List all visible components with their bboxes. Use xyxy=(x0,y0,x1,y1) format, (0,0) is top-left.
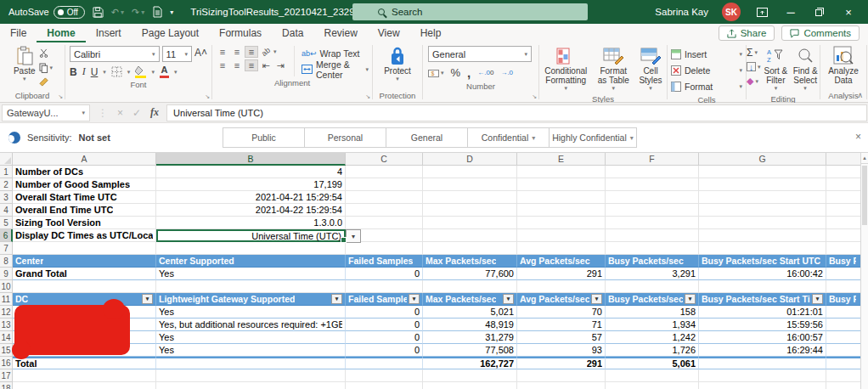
close-icon[interactable]: × xyxy=(841,0,856,24)
cell-G18[interactable] xyxy=(699,382,826,389)
cell-G16[interactable] xyxy=(699,357,826,369)
cell-A6[interactable]: Display DC Times as UTC/Local xyxy=(13,229,156,242)
cell-F12[interactable]: 158 xyxy=(606,306,699,319)
paste-button[interactable]: Paste▾ xyxy=(12,45,37,83)
cell-C4[interactable] xyxy=(346,204,423,217)
cell-D15[interactable]: 77,508 xyxy=(423,344,517,357)
cell-C13[interactable]: 0 xyxy=(346,319,423,331)
cell-F4[interactable] xyxy=(606,204,699,217)
cell-B12[interactable]: Yes xyxy=(156,306,346,319)
cell-E11[interactable]: Avg Packets/sec▾ xyxy=(517,293,606,306)
cell-D12[interactable]: 5,021 xyxy=(423,306,517,319)
row-header-7[interactable]: 7 xyxy=(0,242,13,255)
scrollbar-thumb[interactable] xyxy=(862,166,867,225)
cell-D11[interactable]: Max Packets/sec▾ xyxy=(423,293,517,306)
cell-D17[interactable] xyxy=(423,369,517,382)
cell-E13[interactable]: 71 xyxy=(517,319,606,331)
select-all-corner[interactable] xyxy=(0,153,13,166)
cell-C14[interactable]: 0 xyxy=(346,331,423,344)
column-header-H[interactable] xyxy=(826,153,861,166)
share-button[interactable]: Share xyxy=(719,25,775,41)
cell-B1[interactable]: 4 xyxy=(156,166,346,178)
cell-C1[interactable] xyxy=(346,166,423,178)
cell-G5[interactable] xyxy=(699,217,826,229)
enter-entry-icon[interactable]: ✓ xyxy=(132,107,141,119)
redo-icon[interactable]: ↷▾ xyxy=(132,7,144,18)
alignment-dialog-launcher-icon[interactable]: ↘ xyxy=(365,93,370,100)
cell-G9[interactable]: 16:00:42 xyxy=(699,268,826,280)
row-header-6[interactable]: 6 xyxy=(0,229,13,242)
insert-cells-button[interactable]: Insert▾ xyxy=(671,47,742,61)
cell-F1[interactable] xyxy=(606,166,699,178)
cell-C18[interactable] xyxy=(346,382,423,389)
cell-F5[interactable] xyxy=(606,217,699,229)
cell-E16[interactable]: 291 xyxy=(517,357,606,369)
increase-indent-icon[interactable]: ⇥ xyxy=(273,59,287,71)
filter-button[interactable]: ▾ xyxy=(409,294,420,304)
cell-E8[interactable]: Avg Packets/sec xyxy=(517,255,606,268)
cell-A4[interactable]: Overall End Time UTC xyxy=(13,204,156,217)
accounting-format-icon[interactable]: $▾ xyxy=(428,66,444,79)
cell-A10[interactable] xyxy=(13,280,156,293)
filter-button[interactable]: ▾ xyxy=(503,294,514,304)
row-header-12[interactable]: 12 xyxy=(0,306,13,319)
fill-color-icon[interactable] xyxy=(135,66,146,78)
cell-H5[interactable] xyxy=(826,217,861,229)
cell-A9[interactable]: Grand Total xyxy=(13,268,156,280)
cell-G1[interactable] xyxy=(699,166,826,178)
cell-H8[interactable]: Busy Pac xyxy=(826,255,861,268)
cell-B5[interactable]: 1.3.0.0 xyxy=(156,217,346,229)
cell-B14[interactable]: Yes xyxy=(156,331,346,344)
cell-G3[interactable] xyxy=(699,191,826,204)
italic-button[interactable]: I xyxy=(82,65,86,78)
cell-B18[interactable] xyxy=(156,382,346,389)
cell-E17[interactable] xyxy=(517,369,606,382)
sensitivity-close-icon[interactable]: × xyxy=(855,131,861,143)
filter-button[interactable]: ▾ xyxy=(142,294,153,304)
protect-button[interactable]: Protect▾ xyxy=(382,45,413,83)
vertical-scrollbar[interactable]: ▲ xyxy=(860,153,868,389)
document-title[interactable]: TriSizingToolResults_20210421_2329 ▾ xyxy=(190,7,364,17)
cell-F8[interactable]: Busy Packets/sec xyxy=(606,255,699,268)
fill-icon[interactable]: ↓▾ xyxy=(747,60,761,73)
cell-H4[interactable] xyxy=(826,204,861,217)
user-name[interactable]: Sabrina Kay xyxy=(655,7,708,17)
cell-A1[interactable]: Number of DCs xyxy=(13,166,156,178)
clear-icon[interactable]: ◆▾ xyxy=(747,75,761,87)
cell-G17[interactable] xyxy=(699,369,826,382)
tab-help[interactable]: Help xyxy=(410,24,452,42)
cell-D8[interactable]: Max Packets/sec xyxy=(423,255,517,268)
cell-A16[interactable]: Total xyxy=(13,357,156,369)
cell-F16[interactable]: 5,061 xyxy=(606,357,699,369)
column-header-B[interactable]: B xyxy=(156,153,346,166)
font-size-select[interactable]: 11▾ xyxy=(162,46,192,62)
column-header-E[interactable]: E xyxy=(517,153,606,166)
ribbon-display-options-icon[interactable] xyxy=(754,0,769,24)
cell-E15[interactable]: 93 xyxy=(517,344,606,357)
underline-button[interactable]: U xyxy=(91,66,99,78)
cell-E4[interactable] xyxy=(517,204,606,217)
cell-C15[interactable]: 0 xyxy=(346,344,423,357)
undo-icon[interactable]: ↶▾ xyxy=(111,7,124,18)
column-header-D[interactable]: D xyxy=(423,153,517,166)
orientation-icon[interactable]: ab xyxy=(256,42,274,60)
cell-H11[interactable]: Busy Pac xyxy=(826,293,861,306)
save-icon[interactable] xyxy=(93,7,104,18)
tab-file[interactable]: File xyxy=(0,24,37,42)
cell-G12[interactable]: 01:21:01 xyxy=(699,306,826,319)
tab-data[interactable]: Data xyxy=(272,24,313,42)
cell-D13[interactable]: 48,919 xyxy=(423,319,517,331)
cell-A2[interactable]: Number of Good Samples xyxy=(13,178,156,191)
cell-B8[interactable]: Center Supported xyxy=(156,255,346,268)
cell-F18[interactable] xyxy=(606,382,699,389)
comments-button[interactable]: Comments xyxy=(781,25,860,41)
collapse-ribbon-icon[interactable]: ∧ xyxy=(857,91,863,99)
cell-B16[interactable] xyxy=(156,357,346,369)
cell-A18[interactable] xyxy=(13,382,156,389)
merge-center-button[interactable]: Merge & Center▾ xyxy=(302,62,369,76)
row-header-2[interactable]: 2 xyxy=(0,178,13,191)
row-header-9[interactable]: 9 xyxy=(0,268,13,280)
cell-F6[interactable] xyxy=(606,229,699,242)
cell-D3[interactable] xyxy=(423,191,517,204)
filter-button[interactable]: ▾ xyxy=(331,294,342,304)
